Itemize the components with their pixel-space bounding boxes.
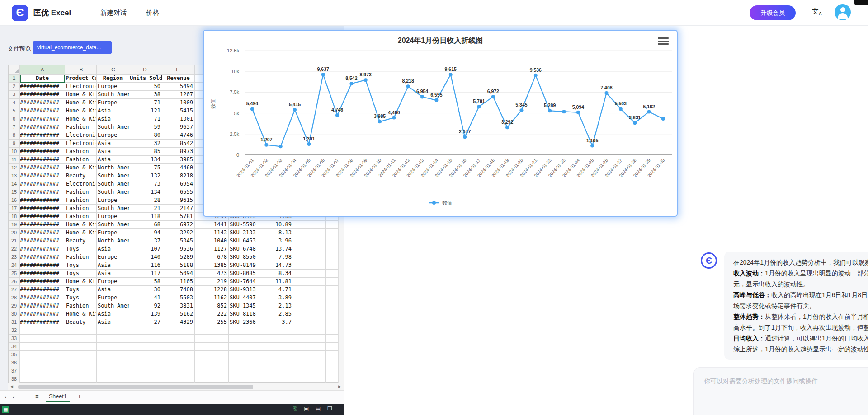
cell[interactable]: 3.7 [260, 318, 293, 326]
cell[interactable]: 134 [129, 188, 162, 196]
cell[interactable]: ############ [20, 140, 65, 148]
row-number[interactable]: 35 [9, 351, 20, 359]
cell[interactable]: Asia [97, 156, 129, 164]
cell[interactable]: SKU-6453 [229, 237, 260, 245]
cell[interactable]: SKU-4407 [229, 294, 260, 302]
cell[interactable]: Fashion [65, 213, 97, 221]
cell[interactable]: 1040 [195, 237, 229, 245]
cell[interactable]: Home & Kitchen [65, 115, 97, 123]
cell[interactable]: 140 [129, 253, 162, 261]
cell[interactable] [293, 237, 326, 245]
cell[interactable]: 139 [129, 310, 162, 318]
cell[interactable]: North America [97, 237, 129, 245]
cell[interactable] [97, 335, 129, 343]
cell[interactable]: 132 [129, 172, 162, 180]
cell[interactable]: 27 [129, 318, 162, 326]
cell[interactable]: ############ [20, 221, 65, 229]
row-number[interactable]: 28 [9, 294, 20, 302]
cell[interactable]: 5094 [162, 270, 195, 278]
cell[interactable] [20, 359, 65, 367]
cell[interactable] [162, 351, 195, 359]
cell[interactable]: Europe [97, 229, 129, 237]
cell[interactable]: SKU-5590 [229, 221, 260, 229]
cell[interactable]: South America [97, 188, 129, 196]
cell[interactable]: ############ [20, 245, 65, 253]
cell[interactable] [293, 302, 326, 310]
cell[interactable]: Europe [97, 253, 129, 261]
row-number[interactable]: 22 [9, 245, 20, 253]
cell[interactable]: Electronics [65, 180, 97, 188]
cell[interactable]: Home & Kitchen [65, 278, 97, 286]
cell[interactable]: Toys [65, 270, 97, 278]
cell[interactable]: 118 [129, 213, 162, 221]
cell[interactable]: 4746 [162, 131, 195, 140]
cell[interactable] [195, 375, 229, 383]
cell[interactable]: 94 [129, 229, 162, 237]
cell[interactable]: 41 [129, 294, 162, 302]
cell[interactable]: South America [97, 302, 129, 310]
cell[interactable] [65, 351, 97, 359]
chart-menu-icon[interactable] [658, 37, 669, 47]
cell[interactable]: 21 [129, 205, 162, 213]
cell[interactable] [20, 326, 65, 335]
cell[interactable]: ############ [20, 318, 65, 326]
cell[interactable]: 3.96 [260, 237, 293, 245]
cell[interactable] [20, 343, 65, 351]
cell[interactable]: North America [97, 164, 129, 172]
cell[interactable]: Toys [65, 245, 97, 253]
cell[interactable]: ############ [20, 148, 65, 156]
cell[interactable] [195, 326, 229, 335]
scroll-left-icon[interactable]: ◀ [10, 384, 13, 389]
cell[interactable] [293, 375, 326, 383]
row-number[interactable]: 11 [9, 156, 20, 164]
cell[interactable]: ############ [20, 261, 65, 270]
cell[interactable]: 1228 [195, 286, 229, 294]
cell[interactable] [97, 351, 129, 359]
column-header-E[interactable]: E [162, 65, 195, 75]
cell[interactable] [129, 343, 162, 351]
cell[interactable]: Date [20, 75, 65, 83]
cell[interactable]: ############ [20, 172, 65, 180]
cell[interactable]: 1143 [195, 229, 229, 237]
cell[interactable]: Fashion [65, 123, 97, 131]
cell[interactable] [293, 310, 326, 318]
cell[interactable]: South America [97, 91, 129, 99]
cell[interactable]: 5781 [162, 213, 195, 221]
add-sheet-icon[interactable]: + [78, 393, 81, 400]
cell[interactable]: 3.89 [260, 294, 293, 302]
cell[interactable]: 8218 [162, 172, 195, 180]
cell[interactable]: 37 [129, 237, 162, 245]
cell[interactable]: 38 [129, 91, 162, 99]
row-number[interactable]: 10 [9, 148, 20, 156]
cell[interactable]: Home & Kitchen [65, 91, 97, 99]
save-icon[interactable]: ▣ [304, 406, 309, 412]
cell[interactable]: Europe [97, 213, 129, 221]
cell[interactable] [293, 286, 326, 294]
cell[interactable]: ############ [20, 302, 65, 310]
column-header-C[interactable]: C [97, 65, 129, 75]
cell[interactable]: 5494 [162, 83, 195, 91]
excel-file-icon[interactable]: ▦ [2, 406, 9, 413]
cell[interactable]: 2.13 [260, 302, 293, 310]
cell[interactable]: 71 [129, 115, 162, 123]
cell[interactable]: SKU-3133 [229, 229, 260, 237]
cell[interactable]: 30 [129, 286, 162, 294]
cell[interactable] [229, 343, 260, 351]
cell[interactable]: 9637 [162, 123, 195, 131]
cell[interactable] [293, 270, 326, 278]
cell[interactable]: SKU-9313 [229, 286, 260, 294]
cell[interactable] [129, 335, 162, 343]
cell[interactable]: 255 [195, 318, 229, 326]
cell[interactable]: 80 [129, 131, 162, 140]
cell[interactable]: ############ [20, 180, 65, 188]
cell[interactable] [293, 253, 326, 261]
cell[interactable] [65, 367, 97, 375]
cell[interactable]: ############ [20, 196, 65, 205]
cell[interactable]: 1207 [162, 91, 195, 99]
cell[interactable] [129, 326, 162, 335]
cell[interactable] [65, 326, 97, 335]
row-number[interactable]: 26 [9, 278, 20, 286]
cell[interactable]: 7.98 [260, 253, 293, 261]
cell[interactable]: Region [97, 75, 129, 83]
cell[interactable] [293, 278, 326, 286]
